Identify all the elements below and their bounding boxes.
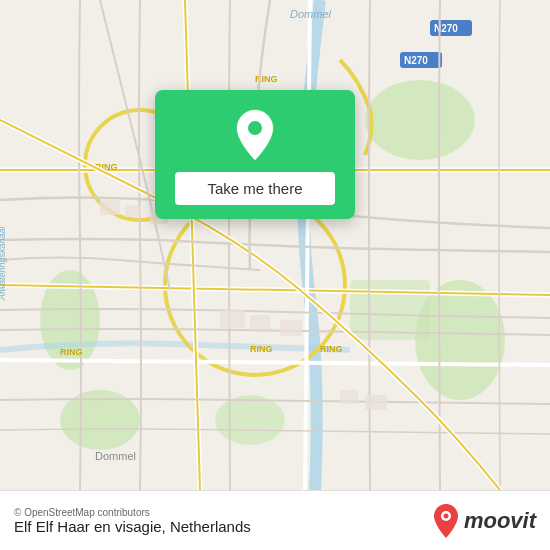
location-pin-icon: [233, 108, 277, 162]
map-container: RING RING RING N270 N270 Dommel Afwate: [0, 0, 550, 490]
svg-text:RING: RING: [60, 347, 83, 357]
svg-point-40: [443, 513, 448, 518]
osm-attribution: © OpenStreetMap contributors: [14, 507, 251, 518]
svg-text:RING: RING: [250, 344, 273, 354]
svg-rect-33: [220, 310, 245, 328]
moovit-pin-icon: [432, 503, 460, 539]
location-card: Take me there: [155, 90, 355, 219]
map-background: RING RING RING N270 N270 Dommel Afwate: [0, 0, 550, 490]
svg-point-5: [215, 395, 285, 445]
svg-point-38: [248, 121, 262, 135]
svg-rect-34: [250, 315, 270, 330]
svg-text:Dommel: Dommel: [290, 8, 332, 20]
svg-text:N270: N270: [404, 55, 428, 66]
location-name: Elf Elf Haar en visagie, Netherlands: [14, 518, 251, 535]
moovit-logo: moovit: [432, 503, 536, 539]
svg-text:Dommel: Dommel: [95, 450, 136, 462]
svg-rect-30: [100, 200, 120, 215]
bottom-info: © OpenStreetMap contributors Elf Elf Haa…: [14, 507, 251, 535]
bottom-bar: © OpenStreetMap contributors Elf Elf Haa…: [0, 490, 550, 550]
svg-text:RING: RING: [320, 344, 343, 354]
svg-point-1: [365, 80, 475, 160]
take-me-there-button[interactable]: Take me there: [175, 172, 335, 205]
svg-text:N270: N270: [434, 23, 458, 34]
svg-rect-35: [280, 320, 302, 336]
moovit-brand-text: moovit: [464, 508, 536, 534]
svg-text:Afwateringskanaal: Afwateringskanaal: [0, 225, 7, 301]
svg-rect-37: [365, 395, 387, 410]
svg-rect-36: [340, 390, 358, 404]
svg-rect-31: [125, 205, 140, 217]
